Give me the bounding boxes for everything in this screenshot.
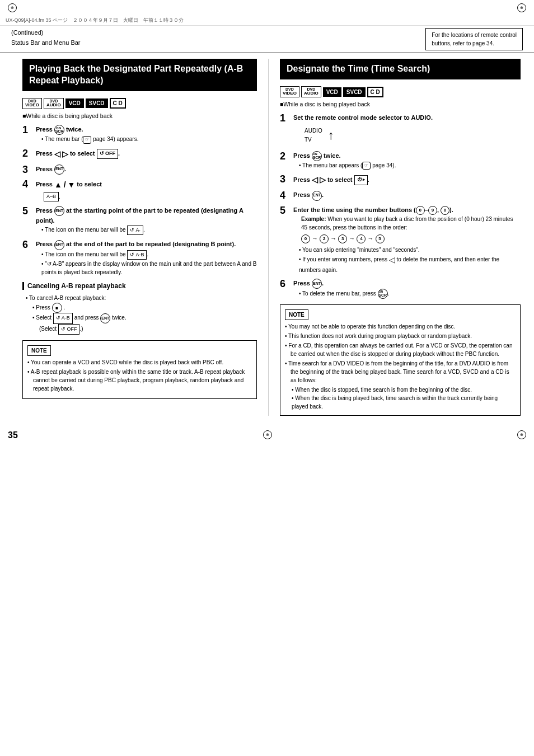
enter-btn-3[interactable]: ENT — [54, 165, 64, 175]
right-column: Designate the Time (Time Search) DVDVIDE… — [269, 59, 521, 416]
bottom-center-corner: ⊕ — [263, 430, 272, 439]
menu-ref-icon: ☞ — [83, 136, 91, 144]
selector-arrow-up: ↑ — [328, 126, 334, 144]
enter-btn-c[interactable]: ENT — [100, 313, 110, 323]
left-note-box: NOTE • You can operate a VCD and SVCD wh… — [22, 340, 257, 399]
example-label: Example: — [301, 216, 326, 222]
enter-btn-r6[interactable]: ENT — [312, 279, 322, 289]
badge-svcd: SVCD — [86, 98, 108, 108]
header-continued: (Continued) — [11, 28, 81, 38]
page: ⊕ ⊕ UX-Q09[A]-04.fm 35 ページ ２００４年９月７日 火曜日… — [0, 0, 534, 756]
right-step-5-content: Enter the time using the number buttons … — [293, 205, 521, 274]
left-step-6-sub2: • "↺ A-B" appears in the display window … — [41, 260, 257, 276]
cancel-step1: • Press ■ . — [32, 303, 257, 313]
bottom-right-corner: ⊕ — [517, 430, 526, 439]
right-step-4: 4 Press ENT. — [280, 190, 521, 200]
right-step-1: 1 Set the remote control mode selector t… — [280, 113, 521, 147]
right-badge-cd: C D — [367, 87, 383, 97]
right-step-1-num: 1 — [280, 113, 290, 147]
num-9-btn[interactable]: 9 — [428, 206, 437, 215]
badge-vcd: VCD — [65, 98, 84, 108]
right-badge-svcd: SVCD — [343, 87, 366, 97]
ab-point-icon: ↺ A-B — [127, 250, 147, 260]
right-note-3: • For a CD, this operation can always be… — [285, 341, 516, 358]
selector-diagram: AUDIO TV ↑ — [305, 126, 521, 144]
screen-btn-r6[interactable]: ONSCR — [378, 289, 388, 299]
right-step-5: 5 Enter the time using the number button… — [280, 205, 521, 274]
left-note-1: • You can operate a VCD and SVCD while t… — [27, 358, 252, 367]
header-bar: (Continued) Status Bar and Menu Bar For … — [0, 26, 534, 53]
left-step-3-num: 3 — [22, 165, 32, 175]
enter-btn-r4[interactable]: ENT — [312, 191, 322, 201]
left-step-5-num: 5 — [22, 206, 32, 235]
left-note-2: • A-B repeat playback is possible only w… — [27, 368, 252, 393]
right-step-3-content: Press ◁ ▷ to select ⏱▶. — [293, 174, 521, 186]
right-step-6: 6 Press ENT. • To delete the menu bar, p… — [280, 279, 521, 299]
arrow-lr-4: ▲ / ▼ — [54, 179, 75, 191]
right-badge-dvd-audio: DVDAUDIO — [301, 86, 321, 97]
enter-btn-5[interactable]: ENT — [54, 206, 64, 216]
left-step-6: 6 Press ENT at the end of the part to be… — [22, 240, 257, 276]
left-step-1-subnote: • The menu bar (☞ page 34) appears. — [41, 135, 257, 143]
badge-dvd-video: DVDVIDEO — [22, 98, 42, 109]
bottom-corners-row: 35 ⊕ ⊕ — [0, 427, 534, 444]
left-step-4: 4 Press ▲ / ▼ to select A–B. — [22, 179, 257, 202]
left-step-5: 5 Press ENT at the starting point of the… — [22, 206, 257, 235]
right-step-2: 2 Press ONSCR twice. • The menu bar appe… — [280, 151, 521, 170]
right-note-4b: • When the disc is being played back, ti… — [292, 394, 516, 411]
left-step-2-num: 2 — [22, 148, 32, 160]
main-content: Playing Back the Designated Part Repeate… — [0, 53, 534, 421]
right-step-2-num: 2 — [280, 151, 290, 170]
right-step-5-num: 5 — [280, 205, 290, 274]
num-0b-btn[interactable]: 0 — [441, 206, 449, 215]
right-step-1-text: Set the remote control mode selector to … — [293, 114, 433, 121]
clear-arrow: ◁ — [389, 254, 395, 266]
left-note-label: NOTE — [27, 345, 51, 356]
num-0-btn[interactable]: 0 — [416, 206, 425, 215]
stop-btn[interactable]: ■ — [52, 303, 62, 313]
seq-5: 5 — [376, 234, 385, 243]
right-step-5-sub1: • You can skip entering "minutes" and "s… — [299, 246, 521, 254]
left-step-2-content: Press ◁ ▷ to select ↺ OFF. — [36, 148, 257, 160]
selector-audio-label: AUDIO — [305, 126, 322, 135]
menu-ref-icon-r: ☞ — [362, 162, 371, 170]
right-note-4: • Time search for a DVD VIDEO is from th… — [285, 359, 516, 384]
right-step-6-num: 6 — [280, 279, 290, 299]
right-step-1-content: Set the remote control mode selector to … — [293, 113, 521, 147]
left-step-1-num: 1 — [22, 125, 32, 143]
screen-btn-r2[interactable]: ONSCR — [312, 151, 322, 161]
left-section-title: Playing Back the Designated Part Repeate… — [22, 59, 257, 91]
seq-0: 0 — [301, 234, 310, 243]
right-format-badges: DVDVIDEO DVDAUDIO VCD SVCD C D — [280, 86, 521, 97]
screen-button-1[interactable]: ONSCR — [54, 125, 64, 135]
enter-btn-6[interactable]: ENT — [54, 240, 64, 250]
left-step-3-content: Press ENT. — [36, 165, 257, 175]
off-select-icon: ↺ OFF — [58, 324, 80, 335]
seq-2: 2 — [320, 234, 329, 243]
top-corners-row: ⊕ ⊕ — [0, 0, 534, 16]
left-format-badges: DVDVIDEO DVDAUDIO VCD SVCD C D — [22, 98, 257, 109]
left-step-6-sub1: • The icon on the menu bar will be ↺ A-B… — [41, 250, 257, 260]
right-badge-dvd-video: DVDVIDEO — [280, 86, 299, 97]
seq-4: 4 — [357, 234, 366, 243]
badge-dvd-audio: DVDAUDIO — [44, 98, 64, 109]
badge-cd: C D — [110, 98, 126, 109]
right-note-4a: • When the disc is stopped, time search … — [292, 386, 516, 394]
header-right: For the locations of remote controlbutto… — [425, 28, 523, 50]
right-step-2-subnote: • The menu bar appears (☞ page 34). — [299, 161, 521, 170]
right-disc-note: ■While a disc is being played back — [280, 101, 521, 107]
right-step-2-content: Press ONSCR twice. • The menu bar appear… — [293, 151, 521, 170]
right-step-6-content: Press ENT. • To delete the menu bar, pre… — [293, 279, 521, 299]
selector-tv-label: TV — [305, 135, 322, 144]
right-step-5-sequence: 0 → 2 → 3 → 4 → 5 — [301, 234, 521, 243]
right-note-2: • This function does not work during pro… — [285, 332, 516, 340]
time-search-icon: ⏱▶ — [354, 175, 368, 185]
right-note-label: NOTE — [285, 309, 308, 320]
left-step-1: 1 Press ONSCR twice. • The menu bar (☞ p… — [22, 125, 257, 143]
left-step-5-content: Press ENT at the starting point of the p… — [36, 206, 257, 235]
header-right-text: For the locations of remote controlbutto… — [432, 32, 517, 46]
header-left: (Continued) Status Bar and Menu Bar — [11, 28, 81, 50]
ab-select-icon: ↺ A-B — [53, 313, 73, 323]
page-number: 35 — [8, 430, 18, 440]
repeat-off-btn: ↺ OFF — [97, 149, 119, 159]
